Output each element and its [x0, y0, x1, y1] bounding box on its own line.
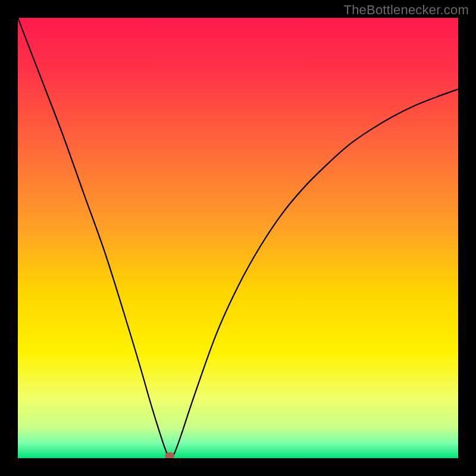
chart-frame: TheBottlenecker.com [0, 0, 476, 476]
attribution-label: TheBottlenecker.com [344, 2, 469, 18]
minimum-marker [165, 452, 174, 459]
bottleneck-chart [0, 0, 476, 476]
chart-background [18, 18, 458, 458]
